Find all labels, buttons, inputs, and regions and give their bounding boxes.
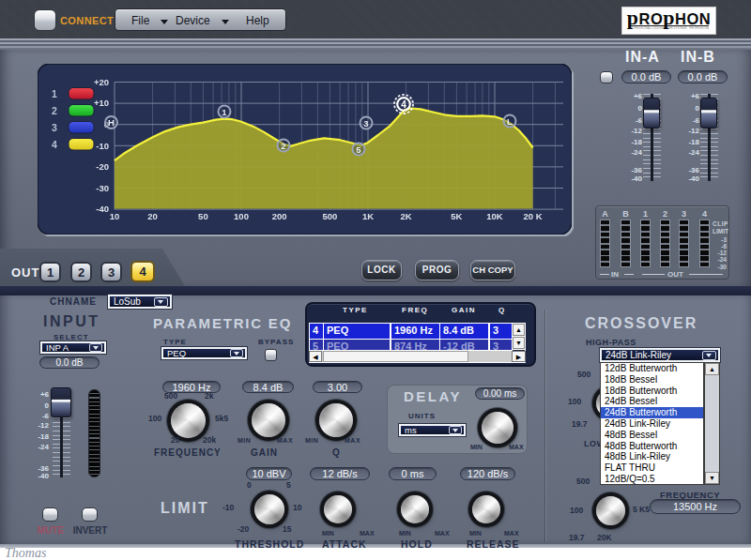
svg-text:2: 2: [52, 105, 57, 116]
svg-text:1: 1: [52, 88, 57, 99]
svg-text:10K: 10K: [486, 211, 503, 221]
svg-text:4: 4: [401, 99, 406, 110]
svg-text:5: 5: [356, 144, 361, 155]
svg-text:50: 50: [198, 211, 208, 221]
svg-text:3: 3: [363, 118, 368, 129]
svg-text:-40: -40: [96, 204, 109, 214]
svg-text:3: 3: [52, 122, 57, 133]
svg-text:+10: +10: [94, 98, 109, 108]
svg-text:+20: +20: [94, 77, 109, 87]
svg-text:500: 500: [322, 211, 337, 221]
svg-text:2K: 2K: [401, 211, 412, 221]
svg-text:4: 4: [52, 139, 57, 150]
svg-text:-30: -30: [96, 183, 109, 193]
svg-text:2: 2: [281, 141, 285, 151]
svg-text:5K: 5K: [451, 211, 462, 221]
svg-text:-20: -20: [96, 161, 109, 172]
svg-text:H: H: [108, 117, 115, 128]
svg-text:20: 20: [147, 211, 158, 221]
svg-text:-10: -10: [96, 141, 109, 151]
svg-text:200: 200: [272, 211, 287, 221]
svg-text:10: 10: [110, 211, 120, 221]
svg-text:1: 1: [222, 107, 227, 117]
svg-text:1K: 1K: [362, 211, 374, 221]
svg-text:L: L: [507, 116, 513, 127]
svg-text:20 K: 20 K: [524, 211, 543, 221]
svg-text:100: 100: [234, 211, 249, 221]
